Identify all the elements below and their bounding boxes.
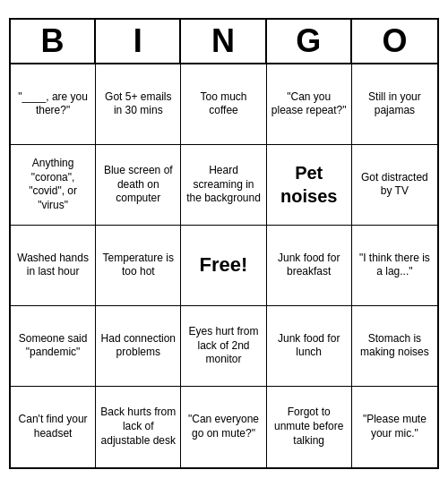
bingo-cell-16[interactable]: Had connection problems [96, 306, 181, 387]
header-letter-o: O [352, 20, 437, 63]
bingo-cell-24[interactable]: "Please mute your mic." [352, 387, 437, 467]
bingo-cell-12[interactable]: Free! [181, 226, 266, 306]
bingo-cell-20[interactable]: Can't find your headset [11, 387, 96, 467]
bingo-header: BINGO [11, 20, 437, 64]
bingo-cell-19[interactable]: Stomach is making noises [352, 306, 437, 387]
header-letter-n: N [181, 20, 266, 63]
bingo-cell-4[interactable]: Still in your pajamas [352, 64, 437, 145]
header-letter-b: B [11, 20, 96, 63]
header-letter-i: I [96, 20, 181, 63]
bingo-cell-6[interactable]: Blue screen of death on computer [96, 145, 181, 226]
bingo-cell-17[interactable]: Eyes hurt from lack of 2nd monitor [181, 306, 266, 387]
bingo-cell-1[interactable]: Got 5+ emails in 30 mins [96, 64, 181, 145]
bingo-cell-14[interactable]: "I think there is a lag..." [352, 226, 437, 306]
bingo-cell-5[interactable]: Anything "corona", "covid", or "virus" [11, 145, 96, 226]
bingo-cell-0[interactable]: "____, are you there?" [11, 64, 96, 145]
bingo-cell-23[interactable]: Forgot to unmute before talking [267, 387, 352, 467]
bingo-cell-3[interactable]: "Can you please repeat?" [267, 64, 352, 145]
bingo-cell-21[interactable]: Back hurts from lack of adjustable desk [96, 387, 181, 467]
bingo-cell-9[interactable]: Got distracted by TV [352, 145, 437, 226]
bingo-cell-18[interactable]: Junk food for lunch [267, 306, 352, 387]
header-letter-g: G [267, 20, 352, 63]
bingo-cell-10[interactable]: Washed hands in last hour [11, 226, 96, 306]
bingo-cell-15[interactable]: Someone said "pandemic" [11, 306, 96, 387]
bingo-cell-13[interactable]: Junk food for breakfast [267, 226, 352, 306]
bingo-cell-22[interactable]: "Can everyone go on mute?" [181, 387, 266, 467]
bingo-grid: "____, are you there?"Got 5+ emails in 3… [11, 64, 437, 467]
bingo-card: BINGO "____, are you there?"Got 5+ email… [9, 18, 439, 469]
bingo-cell-11[interactable]: Temperature is too hot [96, 226, 181, 306]
bingo-cell-8[interactable]: Pet noises [267, 145, 352, 226]
bingo-cell-2[interactable]: Too much coffee [181, 64, 266, 145]
bingo-cell-7[interactable]: Heard screaming in the background [181, 145, 266, 226]
